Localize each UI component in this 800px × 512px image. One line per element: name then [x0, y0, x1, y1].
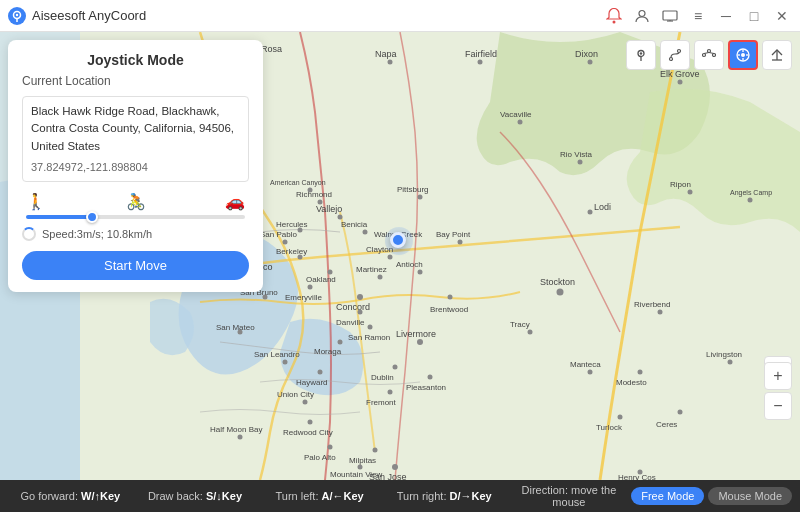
svg-rect-5 [663, 11, 677, 20]
speed-label: Speed:3m/s; 10.8km/h [42, 228, 152, 240]
svg-point-40 [318, 370, 323, 375]
svg-point-30 [368, 325, 373, 330]
svg-text:Concord: Concord [336, 302, 370, 312]
svg-point-18 [308, 285, 313, 290]
svg-text:San Mateo: San Mateo [216, 323, 255, 332]
svg-text:Ripon: Ripon [670, 180, 691, 189]
status-mode-buttons: Free Mode Mouse Mode [631, 487, 792, 505]
mouse-mode-button[interactable]: Mouse Mode [708, 487, 792, 505]
start-move-button[interactable]: Start Move [22, 251, 249, 280]
svg-point-122 [670, 58, 673, 61]
svg-point-98 [728, 360, 733, 365]
svg-text:Oakland: Oakland [306, 275, 336, 284]
svg-text:Union City: Union City [277, 390, 314, 399]
svg-text:Martinez: Martinez [356, 265, 387, 274]
svg-text:Redwood City: Redwood City [283, 428, 333, 437]
svg-point-78 [588, 60, 593, 65]
svg-text:Livingston: Livingston [706, 350, 742, 359]
address-text: Black Hawk Ridge Road, Blackhawk, Contra… [31, 105, 234, 152]
svg-point-88 [418, 195, 423, 200]
svg-point-114 [388, 255, 393, 260]
svg-text:Dixon: Dixon [575, 49, 598, 59]
speed-slider-thumb[interactable] [86, 211, 98, 223]
forward-label: Go forward: [20, 490, 77, 502]
app-title: Aiseesoft AnyCoord [32, 8, 146, 23]
screen-icon[interactable] [660, 6, 680, 26]
status-back: Draw back: S/↓Key [133, 490, 258, 502]
svg-point-22 [357, 294, 363, 300]
svg-point-128 [741, 53, 745, 57]
svg-point-2 [16, 13, 18, 15]
right-key: D/→Key [450, 490, 492, 502]
svg-point-108 [363, 230, 368, 235]
svg-point-126 [713, 54, 716, 57]
status-forward: Go forward: W/↑Key [8, 490, 133, 502]
svg-point-26 [418, 270, 423, 275]
bike-mode-icon[interactable]: 🚴 [126, 192, 146, 211]
svg-point-46 [557, 289, 564, 296]
export-button[interactable] [762, 40, 792, 70]
pin-mode-button[interactable] [626, 40, 656, 70]
svg-point-44 [283, 360, 288, 365]
svg-text:Half Moon Bay: Half Moon Bay [210, 425, 262, 434]
zoom-controls: + − [764, 362, 792, 420]
svg-text:Elk Grove: Elk Grove [660, 69, 700, 79]
svg-text:Henry Cos: Henry Cos [618, 473, 656, 480]
svg-text:Emeryville: Emeryville [285, 293, 322, 302]
joystick-panel: Joystick Mode Current Location Black Haw… [8, 40, 263, 292]
svg-point-48 [528, 330, 533, 335]
coordinates-text: 37.824972,-121.898804 [31, 159, 240, 176]
speed-slider-track [26, 215, 245, 219]
svg-text:Bay Point: Bay Point [436, 230, 471, 239]
maximize-button[interactable]: □ [744, 6, 764, 26]
car-mode-icon[interactable]: 🚗 [225, 192, 245, 211]
speed-spinner-icon [22, 227, 36, 241]
svg-text:American Canyon: American Canyon [270, 179, 326, 187]
route-mode-button[interactable] [660, 40, 690, 70]
svg-text:Vallejo: Vallejo [316, 204, 342, 214]
svg-point-74 [388, 60, 393, 65]
menu-icon[interactable]: ≡ [688, 6, 708, 26]
svg-point-121 [640, 52, 642, 54]
joystick-mode-button[interactable] [728, 40, 758, 70]
panel-address: Black Hawk Ridge Road, Blackhawk, Contra… [22, 96, 249, 182]
svg-text:Moraga: Moraga [314, 347, 342, 356]
svg-point-42 [303, 400, 308, 405]
svg-point-28 [448, 295, 453, 300]
zoom-out-button[interactable]: − [764, 392, 792, 420]
svg-text:Richmond: Richmond [296, 190, 332, 199]
svg-point-80 [678, 80, 683, 85]
svg-point-123 [678, 50, 681, 53]
zoom-in-button[interactable]: + [764, 362, 792, 390]
svg-point-32 [417, 339, 423, 345]
svg-point-62 [328, 445, 333, 450]
svg-text:Brentwood: Brentwood [430, 305, 468, 314]
free-mode-button[interactable]: Free Mode [631, 487, 704, 505]
main-content: San Francisco San Mateo San Bruno Berkel… [0, 32, 800, 480]
svg-text:San Ramon: San Ramon [348, 333, 390, 342]
svg-point-36 [428, 375, 433, 380]
svg-text:San Leandro: San Leandro [254, 350, 300, 359]
svg-text:San Pablo: San Pablo [260, 230, 297, 239]
notification-icon[interactable] [604, 6, 624, 26]
status-direction: Direction: move the mouse [507, 484, 632, 508]
svg-text:Hercules: Hercules [276, 220, 308, 229]
svg-point-124 [703, 54, 706, 57]
right-label: Turn right: [397, 490, 447, 502]
close-button[interactable]: ✕ [772, 6, 792, 26]
logo-icon [8, 7, 26, 25]
svg-point-102 [678, 410, 683, 415]
svg-point-60 [308, 420, 313, 425]
svg-text:Fairfield: Fairfield [465, 49, 497, 59]
walk-mode-icon[interactable]: 🚶 [26, 192, 46, 211]
svg-point-24 [378, 275, 383, 280]
svg-text:Turlock: Turlock [596, 423, 623, 432]
panel-title: Joystick Mode [22, 52, 249, 68]
minimize-button[interactable]: ─ [716, 6, 736, 26]
svg-point-38 [388, 390, 393, 395]
forward-key: W/↑Key [81, 490, 120, 502]
speed-slider-container[interactable] [22, 215, 249, 219]
status-right: Turn right: D/→Key [382, 490, 507, 502]
multi-route-button[interactable] [694, 40, 724, 70]
user-icon[interactable] [632, 6, 652, 26]
